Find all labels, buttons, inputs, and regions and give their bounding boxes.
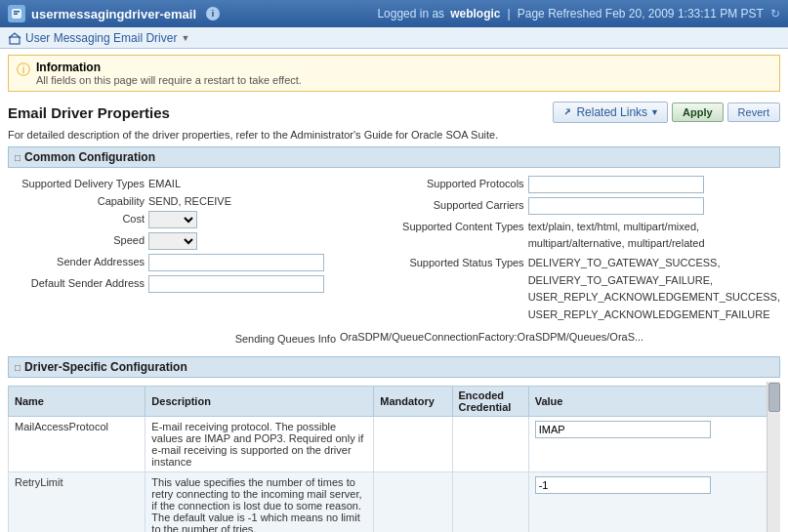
cell-mandatory — [374, 417, 452, 472]
driver-specific-table: Name Description Mandatory EncodedCreden… — [8, 386, 780, 532]
supported-status-types-label: Supported Status Types — [368, 255, 524, 268]
speed-select[interactable] — [148, 232, 197, 250]
supported-content-types-row: Supported Content Types text/plain, text… — [368, 219, 780, 251]
info-bar-title: Information — [36, 61, 302, 74]
supported-protocols-label: Supported Protocols — [368, 176, 524, 189]
supported-carriers-input[interactable] — [528, 197, 704, 215]
sending-queues-row: Sending Queues Info OraSDPM/QueueConnect… — [8, 331, 780, 352]
page-refreshed: Page Refreshed Feb 20, 2009 1:33:11 PM P… — [518, 7, 764, 20]
link-icon — [561, 106, 573, 118]
info-bar: ⓘ Information All fields on this page wi… — [8, 55, 780, 92]
cell-mandatory — [374, 472, 452, 532]
sub-header: User Messaging Email Driver ▼ — [0, 27, 788, 49]
col-mandatory: Mandatory — [374, 387, 452, 417]
table-row: MailAccessProtocol E-mail receiving prot… — [9, 417, 780, 472]
table-row: RetryLimit This value specifies the numb… — [9, 472, 780, 532]
value-input[interactable] — [535, 476, 711, 494]
info-circle-icon: ⓘ — [17, 61, 30, 79]
supported-status-types-value: DELIVERY_TO_GATEWAY_SUCCESS, DELIVERY_TO… — [528, 255, 780, 323]
logged-in-user: weblogic — [450, 7, 500, 20]
common-config-section-header[interactable]: □ Common Configuration — [8, 146, 780, 168]
revert-button[interactable]: Revert — [727, 102, 780, 122]
cost-row: Cost — [8, 211, 358, 228]
info-bar-message: All fields on this page will require a r… — [36, 74, 302, 86]
supported-protocols-row: Supported Protocols — [368, 176, 780, 193]
logged-in-info: Logged in as weblogic | Page Refreshed F… — [377, 7, 780, 20]
svg-rect-2 — [14, 14, 18, 16]
top-header: usermessagingdriver-email i Logged in as… — [0, 0, 788, 27]
svg-rect-1 — [14, 11, 20, 13]
sender-addresses-label: Sender Addresses — [8, 254, 145, 267]
col-encoded-credential: EncodedCredential — [452, 387, 528, 417]
cell-value — [528, 417, 779, 472]
chevron-down-icon: ▼ — [181, 33, 189, 43]
default-sender-address-label: Default Sender Address — [8, 275, 145, 289]
driver-specific-section-header[interactable]: □ Driver-Specific Configuration — [8, 356, 780, 378]
default-sender-address-row: Default Sender Address — [8, 275, 358, 293]
vertical-scrollbar[interactable] — [767, 382, 780, 532]
driver-specific-label: Driver-Specific Configuration — [24, 360, 187, 374]
capability-value: SEND, RECEIVE — [148, 193, 231, 207]
common-config-label: Common Configuration — [24, 150, 155, 164]
common-config-right: Supported Protocols Supported Carriers S… — [368, 176, 780, 323]
supported-carriers-label: Supported Carriers — [368, 197, 524, 211]
main-content: □ Common Configuration Supported Deliver… — [0, 146, 788, 532]
cost-select[interactable] — [148, 211, 197, 228]
page-description: For detailed description of the driver p… — [0, 127, 788, 146]
value-input[interactable] — [535, 421, 711, 438]
logged-in-label: Logged in as — [377, 7, 444, 20]
apply-button[interactable]: Apply — [672, 102, 724, 122]
driver-table-container: Name Description Mandatory EncodedCreden… — [8, 382, 780, 532]
refresh-icon[interactable]: ↻ — [770, 7, 780, 20]
supported-delivery-types-label: Supported Delivery Types — [8, 176, 145, 189]
app-title: usermessagingdriver-email — [31, 7, 196, 21]
supported-delivery-types-value: EMAIL — [148, 176, 181, 189]
scrollbar-thumb — [768, 383, 780, 412]
common-config-left: Supported Delivery Types EMAIL Capabilit… — [8, 176, 358, 323]
sender-addresses-row: Sender Addresses — [8, 254, 358, 271]
info-icon: i — [206, 7, 220, 20]
col-description: Description — [145, 387, 374, 417]
supported-status-types-row: Supported Status Types DELIVERY_TO_GATEW… — [368, 255, 780, 323]
section-toggle-icon-2: □ — [15, 362, 21, 373]
sender-addresses-input[interactable] — [148, 254, 324, 271]
supported-content-types-label: Supported Content Types — [368, 219, 524, 232]
col-value: Value — [528, 387, 779, 417]
related-links-button[interactable]: Related Links ▼ — [553, 102, 668, 123]
info-bar-content: Information All fields on this page will… — [36, 61, 302, 86]
supported-content-types-value: text/plain, text/html, multipart/mixed, … — [528, 219, 753, 251]
capability-row: Capability SEND, RECEIVE — [8, 193, 358, 207]
cell-encoded-credential — [452, 417, 528, 472]
cell-value — [528, 472, 779, 532]
col-name: Name — [9, 387, 145, 417]
common-config-form: Supported Delivery Types EMAIL Capabilit… — [8, 172, 780, 331]
capability-label: Capability — [8, 193, 145, 207]
cell-description: This value specifies the number of times… — [145, 472, 374, 532]
svg-rect-3 — [10, 37, 20, 44]
sending-queues-label: Sending Queues Info — [8, 331, 340, 345]
section-toggle-icon: □ — [15, 152, 21, 163]
page-title-bar: Email Driver Properties Related Links ▼ … — [0, 96, 788, 127]
dropdown-arrow-icon: ▼ — [650, 107, 659, 117]
default-sender-address-input[interactable] — [148, 275, 324, 293]
page-actions: Related Links ▼ Apply Revert — [553, 102, 780, 123]
separator: | — [508, 7, 511, 20]
home-icon — [8, 31, 21, 45]
speed-label: Speed — [8, 232, 145, 246]
supported-carriers-row: Supported Carriers — [368, 197, 780, 215]
cell-encoded-credential — [452, 472, 528, 532]
breadcrumb-label: User Messaging Email Driver — [25, 31, 177, 45]
cell-name: RetryLimit — [9, 472, 145, 532]
cell-name: MailAccessProtocol — [9, 417, 145, 472]
breadcrumb[interactable]: User Messaging Email Driver ▼ — [8, 31, 189, 45]
sending-queues-value: OraSDPM/QueueConnectionFactory:OraSDPM/Q… — [340, 331, 643, 343]
cell-description: E-mail receiving protocol. The possible … — [145, 417, 374, 472]
app-icon — [8, 5, 25, 22]
supported-protocols-input[interactable] — [528, 176, 704, 193]
cost-label: Cost — [8, 211, 145, 225]
page-title: Email Driver Properties — [8, 104, 170, 121]
speed-row: Speed — [8, 232, 358, 250]
supported-delivery-types-row: Supported Delivery Types EMAIL — [8, 176, 358, 189]
top-header-left: usermessagingdriver-email i — [8, 5, 220, 22]
